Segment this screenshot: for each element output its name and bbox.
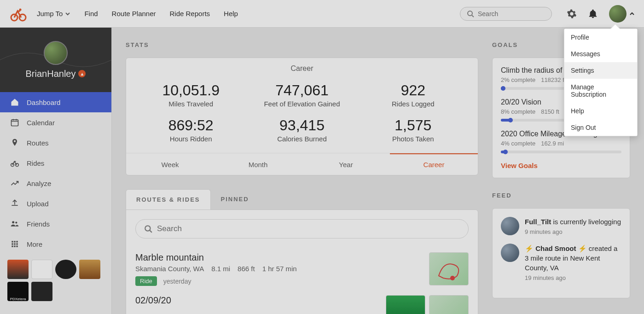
svg-rect-18: [16, 245, 17, 247]
nav-route-planner[interactable]: Route Planner: [112, 10, 156, 17]
dropdown-item-help[interactable]: Help: [564, 103, 637, 119]
chevron-up-icon[interactable]: [629, 11, 635, 17]
svg-point-19: [145, 226, 150, 231]
top-nav: Jump To Find Route Planner Ride Reports …: [0, 0, 644, 28]
stat-label: Miles Traveled: [135, 100, 246, 108]
sidebar-item-label: Friends: [27, 220, 50, 228]
stats-header: Career: [126, 58, 478, 77]
feed-avatar[interactable]: [501, 244, 519, 262]
nav-jump-to[interactable]: Jump To: [37, 10, 70, 17]
dropdown-item-messages[interactable]: Messages: [564, 46, 637, 62]
sidebar-item-label: Dashboard: [27, 99, 60, 106]
svg-rect-4: [12, 120, 18, 126]
stat: 922Rides Logged: [358, 77, 469, 112]
stat-value: 1,575: [358, 117, 469, 134]
sidebar-header: BrianHanley ▲: [0, 28, 111, 92]
feed-avatar[interactable]: [501, 217, 519, 235]
ride-item[interactable]: 02/09/20: [135, 291, 469, 314]
rr-tab-routes-rides[interactable]: ROUTES & RIDES: [126, 189, 211, 209]
calendar-icon: [9, 118, 20, 127]
goal-progress-bar: [501, 151, 621, 153]
nav-jump-to-label: Jump To: [37, 10, 63, 17]
club-badge[interactable]: [79, 260, 100, 279]
club-badge[interactable]: [7, 260, 29, 279]
ride-map-thumbnail[interactable]: [429, 295, 469, 314]
svg-rect-17: [14, 245, 15, 247]
svg-rect-14: [14, 243, 15, 244]
svg-rect-16: [12, 245, 13, 247]
stats-tab-week[interactable]: Week: [126, 153, 214, 175]
dropdown-item-settings[interactable]: Settings: [564, 62, 637, 79]
sidebar-item-dashboard[interactable]: Dashboard: [0, 92, 111, 112]
sidebar-item-rides[interactable]: Rides: [0, 153, 111, 173]
dropdown-item-manage-subscription[interactable]: Manage Subscription: [564, 79, 637, 103]
nav-help[interactable]: Help: [224, 10, 238, 17]
search-box[interactable]: [460, 7, 552, 21]
user-dropdown: ProfileMessagesSettingsManage Subscripti…: [564, 29, 638, 136]
sidebar-item-more[interactable]: More: [0, 234, 111, 254]
feed-section-title: FEED: [492, 192, 630, 199]
stats-card: Career 10,051.9Miles Traveled747,061Feet…: [126, 58, 478, 175]
ride-title: 02/09/20: [135, 295, 377, 306]
sidebar-avatar[interactable]: [44, 41, 68, 65]
gear-icon[interactable]: [567, 9, 577, 19]
sidebar-item-upload[interactable]: Upload: [0, 193, 111, 214]
sidebar-username[interactable]: BrianHanley ▲: [26, 69, 86, 79]
sidebar-badges: PDXetera: [0, 254, 111, 307]
ride-map-thumbnail[interactable]: [429, 252, 469, 285]
sidebar: BrianHanley ▲ DashboardCalendarRoutesRid…: [0, 28, 112, 314]
goal-meta: 4% complete162.9 mi: [501, 140, 621, 147]
sidebar-item-label: Routes: [27, 139, 49, 147]
feed-card: Full_Tilt is currently livelogging 9 min…: [492, 208, 630, 298]
feed-item[interactable]: ⚡ Chad Smoot ⚡ created a 3 mile route in…: [501, 244, 621, 281]
stat-value: 93,415: [246, 117, 357, 134]
stat-label: Feet of Elevation Gained: [246, 100, 357, 108]
ride-photo-thumbnail[interactable]: [386, 295, 425, 314]
people-icon: [9, 219, 20, 228]
avatar[interactable]: [609, 5, 627, 23]
logo[interactable]: [9, 5, 28, 23]
svg-point-20: [450, 276, 455, 280]
club-badge[interactable]: [31, 260, 52, 279]
feed-item[interactable]: Full_Tilt is currently livelogging 9 min…: [501, 217, 621, 235]
nav-ride-reports[interactable]: Ride Reports: [170, 10, 210, 17]
search-icon: [144, 225, 152, 233]
bell-icon[interactable]: [588, 9, 598, 19]
stats-tab-career[interactable]: Career: [390, 153, 478, 175]
search-input[interactable]: [478, 10, 545, 17]
stats-tab-year[interactable]: Year: [302, 153, 390, 175]
stat-value: 922: [358, 82, 469, 99]
nav-find[interactable]: Find: [84, 10, 98, 17]
sidebar-item-label: More: [27, 240, 42, 248]
club-badge[interactable]: [55, 260, 76, 279]
dropdown-item-sign-out[interactable]: Sign Out: [564, 119, 637, 136]
pin-icon: [9, 138, 20, 147]
stat-label: Hours Ridden: [135, 135, 246, 143]
svg-point-8: [12, 221, 14, 223]
sidebar-item-calendar[interactable]: Calendar: [0, 112, 111, 133]
club-badge[interactable]: [31, 282, 52, 301]
svg-point-6: [11, 163, 14, 167]
routes-search[interactable]: [135, 219, 469, 238]
dropdown-item-profile[interactable]: Profile: [564, 29, 637, 46]
view-goals-link[interactable]: View Goals: [501, 162, 621, 169]
sidebar-item-friends[interactable]: Friends: [0, 214, 111, 234]
ride-title: Marble mountain: [135, 252, 420, 263]
ride-type-badge: Ride: [135, 276, 157, 286]
routes-search-input[interactable]: [157, 224, 460, 233]
svg-rect-11: [14, 241, 15, 242]
sidebar-item-label: Calendar: [27, 119, 55, 127]
rr-tab-pinned[interactable]: PINNED: [211, 189, 259, 209]
ride-item[interactable]: Marble mountainSkamania County, WA8.1 mi…: [135, 248, 469, 291]
sidebar-item-routes[interactable]: Routes: [0, 133, 111, 153]
feed-text: ⚡ Chad Smoot ⚡ created a 3 mile route in…: [525, 244, 621, 273]
feed-time: 9 minutes ago: [525, 228, 621, 235]
chevron-down-icon: [65, 11, 70, 17]
username-label: BrianHanley: [26, 69, 76, 79]
feed-text: Full_Tilt is currently livelogging: [525, 217, 621, 227]
sidebar-item-analyze[interactable]: Analyze: [0, 173, 111, 193]
stat-value: 10,051.9: [135, 82, 246, 99]
stats-tab-month[interactable]: Month: [214, 153, 302, 175]
club-badge[interactable]: PDXetera: [7, 282, 29, 301]
svg-point-3: [468, 11, 472, 16]
